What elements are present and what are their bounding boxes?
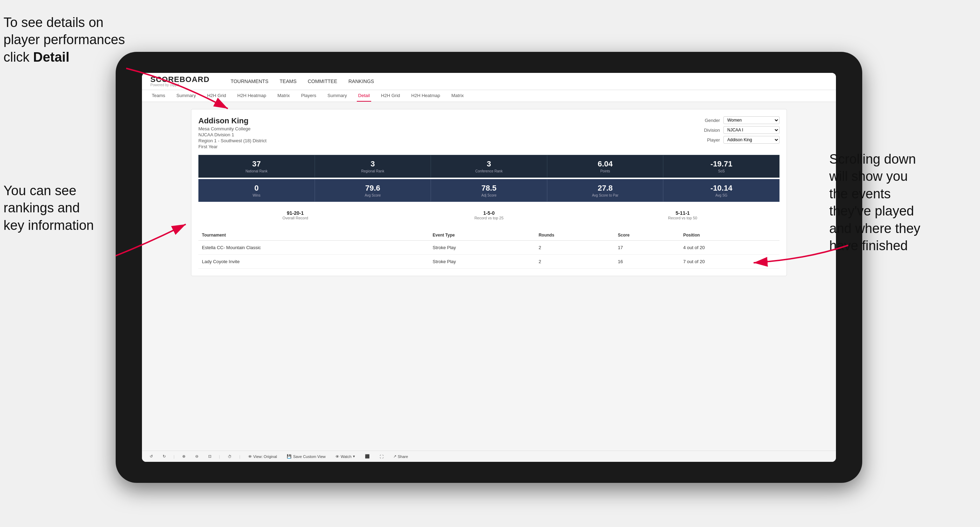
main-nav: TOURNAMENTS TEAMS COMMITTEE RANKINGS xyxy=(231,78,374,84)
toolbar-sep1: | xyxy=(173,454,175,459)
bottom-toolbar: ↺ ↻ | ⊕ ⊖ ⊡ | ⏱ | 👁 View: Original 💾 Sav… xyxy=(142,451,836,462)
gender-control: Gender Women xyxy=(705,116,780,124)
expand-button[interactable]: ⛶ xyxy=(377,453,385,460)
sub-nav: Teams Summary H2H Grid H2H Heatmap Matri… xyxy=(142,90,836,102)
stat-points: 6.04 Points xyxy=(547,155,663,178)
stat-wins: 0 Wins xyxy=(198,179,315,202)
player-select[interactable]: Addison King xyxy=(724,136,780,144)
stat-conference-rank-value: 3 xyxy=(434,159,544,168)
stat-avg-score: 79.6 Avg Score xyxy=(315,179,431,202)
toolbar-sep3: | xyxy=(239,454,240,459)
position-1: 4 out of 20 xyxy=(679,241,780,255)
redo-button[interactable]: ↻ xyxy=(161,453,168,460)
stat-wins-label: Wins xyxy=(202,194,312,197)
toolbar-sep2: | xyxy=(219,454,220,459)
nav-committee[interactable]: COMMITTEE xyxy=(308,78,337,84)
tab-detail[interactable]: Detail xyxy=(357,90,371,102)
stat-avg-score-par: 27.8 Avg Score to Par xyxy=(547,179,663,202)
record-top25: 1-5-0 Record vs top 25 xyxy=(392,208,586,223)
tab-teams[interactable]: Teams xyxy=(150,90,167,102)
stat-avg-score-par-label: Avg Score to Par xyxy=(550,194,660,197)
records-row: 91-20-1 Overall Record 1-5-0 Record vs t… xyxy=(198,208,780,223)
tablet-frame: SCOREBOARD Powered by clippd TOURNAMENTS… xyxy=(116,52,862,483)
division-label: Division xyxy=(704,127,720,133)
zoom-out-button[interactable]: ⊖ xyxy=(193,453,200,460)
stats-row2: 0 Wins 79.6 Avg Score 78.5 Adj Score 27.… xyxy=(198,179,780,202)
nav-rankings[interactable]: RANKINGS xyxy=(348,78,374,84)
player-name: Addison King xyxy=(198,116,266,125)
division-select[interactable]: NJCAA I xyxy=(724,126,780,134)
save-icon: 💾 xyxy=(287,454,292,459)
player-controls: Gender Women Division NJCAA I Player Add… xyxy=(704,116,780,149)
tab-h2h-grid[interactable]: H2H Grid xyxy=(206,90,228,102)
tab-summary[interactable]: Summary xyxy=(175,90,197,102)
score-1: 17 xyxy=(614,241,680,255)
table-row: Lady Coyote Invite Stroke Play 2 16 7 ou… xyxy=(198,255,780,269)
clock-button[interactable]: ⏱ xyxy=(226,453,234,460)
record-top50-label: Record vs top 50 xyxy=(589,216,777,220)
col-event-type: Event Type xyxy=(429,230,535,241)
col-tournament: Tournament xyxy=(198,230,429,241)
stat-points-label: Points xyxy=(550,169,660,173)
view-original-button[interactable]: 👁 View: Original xyxy=(246,453,279,460)
record-top25-label: Record vs top 25 xyxy=(395,216,583,220)
record-top50-value: 5-11-1 xyxy=(589,210,777,216)
tab-summary2[interactable]: Summary xyxy=(326,90,348,102)
tab-h2h-heatmap2[interactable]: H2H Heatmap xyxy=(410,90,441,102)
col-rounds: Rounds xyxy=(535,230,614,241)
stat-adj-score-value: 78.5 xyxy=(434,184,544,193)
player-label: Player xyxy=(707,137,720,143)
score-2: 16 xyxy=(614,255,680,269)
logo-subtitle: Powered by clippd xyxy=(150,83,210,87)
stat-regional-rank-value: 3 xyxy=(318,159,428,168)
stat-avg-score-value: 79.6 xyxy=(318,184,428,193)
stat-avg-sg: -10.14 Avg SG xyxy=(663,179,780,202)
position-2: 7 out of 20 xyxy=(679,255,780,269)
annotation-right: Scrolling down will show you the events … xyxy=(829,151,977,254)
undo-button[interactable]: ↺ xyxy=(148,453,155,460)
tab-matrix[interactable]: Matrix xyxy=(276,90,291,102)
col-position: Position xyxy=(679,230,780,241)
stat-regional-rank-label: Regional Rank xyxy=(318,169,428,173)
stat-avg-sg-label: Avg SG xyxy=(666,194,776,197)
player-division: NJCAA Division 1 xyxy=(198,132,266,137)
logo-title: SCOREBOARD xyxy=(150,76,210,83)
col-score: Score xyxy=(614,230,680,241)
share-button[interactable]: ↗ Share xyxy=(391,453,410,460)
tab-h2h-heatmap[interactable]: H2H Heatmap xyxy=(236,90,267,102)
app-header: SCOREBOARD Powered by clippd TOURNAMENTS… xyxy=(142,73,836,90)
player-panel: Addison King Mesa Community College NJCA… xyxy=(191,109,787,276)
player-control: Player Addison King xyxy=(707,136,780,144)
stat-sos: -19.71 SoS xyxy=(663,155,780,178)
tab-h2h-grid2[interactable]: H2H Grid xyxy=(380,90,401,102)
stat-national-rank-value: 37 xyxy=(202,159,312,168)
stat-national-rank-label: National Rank xyxy=(202,169,312,173)
player-info: Addison King Mesa Community College NJCA… xyxy=(198,116,266,149)
scoreboard-logo: SCOREBOARD Powered by clippd xyxy=(150,76,210,87)
zoom-in-button[interactable]: ⊕ xyxy=(180,453,188,460)
gender-select[interactable]: Women xyxy=(724,116,780,124)
tab-players[interactable]: Players xyxy=(300,90,318,102)
stats-row1: 37 National Rank 3 Regional Rank 3 Confe… xyxy=(198,155,780,178)
watch-button[interactable]: 👁 Watch ▾ xyxy=(333,453,357,460)
tournament-table: Tournament Event Type Rounds Score Posit… xyxy=(198,230,780,269)
fit-button[interactable]: ⊡ xyxy=(206,453,213,460)
tablet-screen: SCOREBOARD Powered by clippd TOURNAMENTS… xyxy=(142,73,836,462)
stat-sos-label: SoS xyxy=(666,169,776,173)
view-original-label: View: Original xyxy=(253,454,277,459)
division-control: Division NJCAA I xyxy=(704,126,780,134)
rounds-1: 2 xyxy=(535,241,614,255)
stat-wins-value: 0 xyxy=(202,184,312,193)
annotation-bottomleft: You can see rankings and key information xyxy=(3,182,123,234)
tab-matrix2[interactable]: Matrix xyxy=(450,90,465,102)
record-overall: 91-20-1 Overall Record xyxy=(198,208,392,223)
player-school: Mesa Community College xyxy=(198,126,266,132)
save-custom-button[interactable]: 💾 Save Custom View xyxy=(285,453,328,460)
watch-label: Watch xyxy=(341,454,352,459)
stat-points-value: 6.04 xyxy=(550,159,660,168)
nav-teams[interactable]: TEAMS xyxy=(280,78,296,84)
device-button[interactable]: ⬛ xyxy=(363,453,372,460)
tournament-name-2: Lady Coyote Invite xyxy=(198,255,429,269)
stat-sos-value: -19.71 xyxy=(666,159,776,168)
nav-tournaments[interactable]: TOURNAMENTS xyxy=(231,78,269,84)
